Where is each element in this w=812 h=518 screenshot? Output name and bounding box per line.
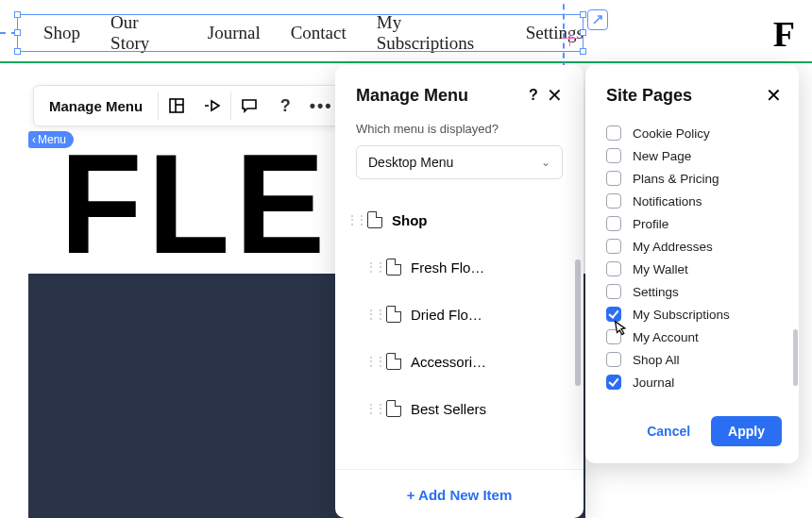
page-option-label: Plans & Pricing: [633, 172, 719, 186]
svg-rect-0: [170, 99, 183, 112]
animation-icon[interactable]: [195, 85, 230, 126]
page-option-label: Settings: [633, 285, 679, 299]
element-label-text: Menu: [38, 133, 66, 146]
checkbox[interactable]: [606, 239, 621, 254]
menu-select-dropdown[interactable]: Desktop Menu ⌄: [356, 145, 563, 179]
page-option-row[interactable]: Plans & Pricing: [606, 167, 782, 190]
chevron-left-icon: ‹: [32, 133, 36, 146]
page-option-label: Journal: [633, 376, 674, 390]
page-option-row[interactable]: Journal: [606, 371, 782, 393]
page-option-label: Notifications: [633, 194, 702, 209]
page-option-label: New Page: [633, 149, 691, 163]
checkbox[interactable]: [606, 216, 621, 231]
site-logo: F: [773, 13, 795, 55]
panel-title: Site Pages: [606, 86, 766, 106]
drag-handle-icon[interactable]: ⋮⋮: [365, 308, 377, 321]
resize-handle[interactable]: [580, 48, 586, 55]
page-option-row[interactable]: Notifications: [606, 190, 782, 212]
page-option-row[interactable]: Settings: [606, 280, 782, 303]
page-option-row[interactable]: My Subscriptions: [606, 303, 782, 326]
menu-item-label: Fresh Flo…: [411, 259, 484, 276]
page-option-row[interactable]: Profile: [606, 212, 782, 235]
drag-handle-icon[interactable]: ⋮⋮: [365, 355, 377, 368]
close-icon[interactable]: ✕: [544, 84, 565, 107]
drag-handle-icon[interactable]: ⋮⋮: [365, 402, 377, 415]
element-label-menu[interactable]: ‹ Menu: [28, 131, 74, 148]
page-option-label: My Wallet: [633, 262, 688, 276]
checkbox[interactable]: [606, 261, 621, 276]
menu-select-label: Which menu is displayed?: [335, 118, 584, 145]
menu-item-label: Accessori…: [411, 354, 486, 370]
page-option-label: My Addresses: [633, 240, 713, 254]
page-icon: [386, 353, 401, 370]
page-option-row[interactable]: Cookie Policy: [606, 122, 782, 144]
site-pages-panel: Site Pages ✕ Cookie Policy New Page Plan…: [585, 65, 799, 463]
page-option-row[interactable]: New Page: [606, 144, 782, 167]
chevron-down-icon: ⌄: [541, 156, 550, 169]
checkbox[interactable]: [606, 284, 621, 299]
cancel-button[interactable]: Cancel: [635, 416, 702, 446]
menu-item-row[interactable]: ⋮⋮ Accessori…: [343, 338, 580, 385]
manage-menu-panel: Manage Menu ? ✕ Which menu is displayed?…: [335, 65, 584, 518]
page-icon: [386, 306, 401, 323]
page-option-label: Profile: [633, 217, 668, 231]
site-pages-list: Cookie Policy New Page Plans & Pricing N…: [585, 120, 799, 403]
floating-toolbar: Manage Menu ? •••: [33, 85, 340, 126]
menu-item-label: Dried Flo…: [411, 307, 482, 323]
apply-button[interactable]: Apply: [711, 416, 782, 446]
menu-item-label: Best Sellers: [411, 401, 486, 417]
page-option-label: My Subscriptions: [633, 308, 730, 322]
page-icon: [386, 400, 401, 417]
drag-handle-icon[interactable]: ⋮⋮: [365, 260, 377, 274]
resize-handle[interactable]: [14, 29, 21, 36]
cursor-pointer-icon: [609, 318, 630, 342]
scrollbar-thumb[interactable]: [793, 329, 798, 386]
menu-item-row[interactable]: ⋮⋮ Best Sellers: [343, 385, 580, 432]
layout-icon[interactable]: [159, 85, 195, 126]
page-option-label: My Account: [633, 330, 699, 344]
close-icon[interactable]: ✕: [766, 84, 782, 107]
scrollbar-thumb[interactable]: [575, 259, 581, 386]
menu-item-label: Shop: [392, 212, 428, 228]
stretch-toggle[interactable]: [587, 9, 608, 30]
checkbox[interactable]: [606, 171, 621, 186]
resize-handle[interactable]: [14, 48, 21, 55]
page-option-label: Shop All: [633, 353, 680, 367]
checkbox[interactable]: [606, 375, 621, 390]
checkbox[interactable]: [606, 193, 621, 209]
menu-items-list: ⋮⋮ Shop ⋮⋮ Fresh Flo… ⋮⋮ Dried Flo… ⋮⋮ A…: [335, 191, 584, 469]
drag-handle-icon[interactable]: ⋮⋮: [347, 213, 358, 226]
more-icon[interactable]: •••: [303, 85, 339, 126]
panel-help-icon[interactable]: ?: [523, 87, 544, 104]
manage-menu-button[interactable]: Manage Menu: [34, 98, 158, 114]
page-icon: [367, 211, 382, 228]
resize-handle[interactable]: [14, 11, 21, 18]
page-option-row[interactable]: My Addresses: [606, 235, 782, 258]
expand-arrow-icon: [591, 13, 604, 26]
menu-item-row[interactable]: ⋮⋮ Dried Flo…: [343, 291, 580, 338]
page-option-row[interactable]: My Account: [606, 326, 782, 348]
page-option-label: Cookie Policy: [633, 126, 710, 141]
resize-handle[interactable]: [580, 29, 586, 36]
page-option-row[interactable]: My Wallet: [606, 258, 782, 280]
checkbox[interactable]: [606, 125, 621, 141]
add-new-item-button[interactable]: + Add New Item: [335, 469, 584, 518]
selection-frame[interactable]: [17, 14, 584, 52]
comment-icon[interactable]: [231, 85, 267, 126]
panel-title: Manage Menu: [356, 86, 523, 106]
menu-item-row[interactable]: ⋮⋮ Fresh Flo…: [343, 243, 580, 291]
page-option-row[interactable]: Shop All: [606, 348, 782, 371]
menu-select-value: Desktop Menu: [368, 155, 453, 170]
help-icon[interactable]: ?: [267, 85, 303, 126]
page-icon: [386, 259, 401, 276]
menu-item-row[interactable]: ⋮⋮ Shop: [343, 196, 580, 243]
checkbox[interactable]: [606, 352, 621, 367]
checkbox[interactable]: [606, 148, 621, 163]
background-heading: FLE: [60, 123, 330, 286]
resize-handle[interactable]: [580, 11, 586, 18]
